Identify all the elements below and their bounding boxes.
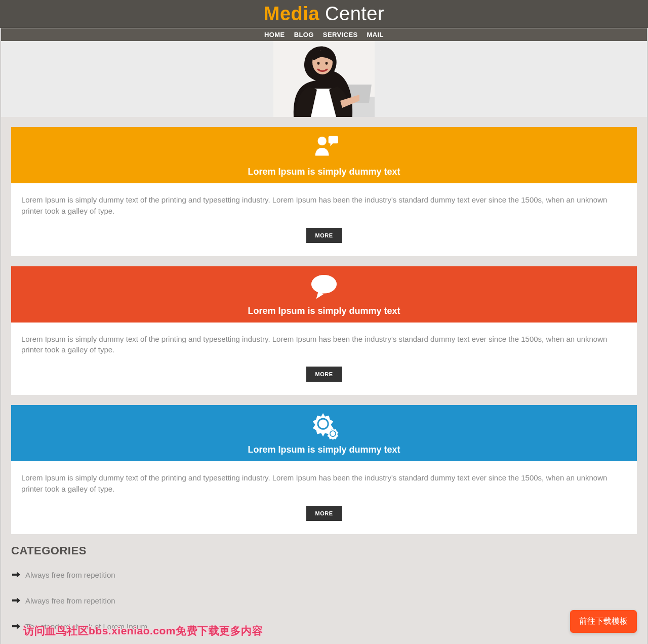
main-nav: HOME BLOG SERVICES MAIL bbox=[1, 28, 647, 41]
category-item: Always free from repetition bbox=[11, 566, 637, 591]
nav-home[interactable]: HOME bbox=[264, 31, 285, 38]
more-button[interactable]: MORE bbox=[306, 506, 342, 521]
card-title: Lorem Ipsum is simply dummy text bbox=[16, 306, 632, 316]
svg-point-8 bbox=[317, 62, 320, 65]
card-body: Lorem Ipsum is simply dummy text of the … bbox=[11, 323, 637, 395]
svg-point-9 bbox=[326, 62, 328, 65]
category-link[interactable]: Always free from repetition bbox=[25, 571, 115, 579]
arrow-right-icon bbox=[12, 597, 20, 604]
card-text: Lorem Ipsum is simply dummy text of the … bbox=[21, 194, 627, 217]
categories-section: CATEGORIES Always free from repetition A… bbox=[11, 544, 637, 645]
feature-card: Lorem Ipsum is simply dummy text Lorem I… bbox=[11, 266, 637, 395]
card-title: Lorem Ipsum is simply dummy text bbox=[16, 167, 632, 177]
arrow-right-icon bbox=[12, 623, 20, 630]
feature-card: Lorem Ipsum is simply dummy text Lorem I… bbox=[11, 127, 637, 256]
categories-list: Always free from repetition Always free … bbox=[11, 566, 637, 645]
category-item: The standard chunk of Lorem Ipsum bbox=[11, 617, 637, 643]
hero bbox=[1, 41, 647, 117]
card-body: Lorem Ipsum is simply dummy text of the … bbox=[11, 461, 637, 534]
nav-blog[interactable]: BLOG bbox=[294, 31, 314, 38]
nav-services[interactable]: SERVICES bbox=[323, 31, 358, 38]
brand-second: Center bbox=[319, 3, 384, 24]
categories-heading: CATEGORIES bbox=[11, 544, 637, 557]
header: Media Center bbox=[0, 0, 648, 28]
more-button[interactable]: MORE bbox=[306, 228, 342, 243]
hero-image bbox=[273, 41, 375, 117]
category-item: Always free from repetition bbox=[11, 591, 637, 617]
brand-first: Media bbox=[264, 3, 319, 24]
feature-card: Lorem Ipsum is simply dummy text Lorem I… bbox=[11, 405, 637, 534]
card-head: Lorem Ipsum is simply dummy text bbox=[11, 405, 637, 461]
download-template-button[interactable]: 前往下载模板 bbox=[570, 610, 637, 633]
card-text: Lorem Ipsum is simply dummy text of the … bbox=[21, 334, 627, 356]
category-link[interactable]: Always free from repetition bbox=[25, 596, 115, 605]
gears-icon bbox=[309, 412, 339, 441]
card-title: Lorem Ipsum is simply dummy text bbox=[16, 445, 632, 455]
card-text: Lorem Ipsum is simply dummy text of the … bbox=[21, 472, 627, 495]
arrow-right-icon bbox=[12, 571, 20, 578]
category-link[interactable]: The standard chunk of Lorem Ipsum bbox=[25, 622, 147, 631]
chat-bubble-icon bbox=[309, 273, 339, 303]
more-button[interactable]: MORE bbox=[306, 367, 342, 382]
card-body: Lorem Ipsum is simply dummy text of the … bbox=[11, 183, 637, 256]
card-head: Lorem Ipsum is simply dummy text bbox=[11, 266, 637, 323]
nav-mail[interactable]: MAIL bbox=[367, 31, 384, 38]
brand: Media Center bbox=[264, 3, 384, 25]
person-speech-icon bbox=[309, 134, 339, 164]
card-head: Lorem Ipsum is simply dummy text bbox=[11, 127, 637, 183]
